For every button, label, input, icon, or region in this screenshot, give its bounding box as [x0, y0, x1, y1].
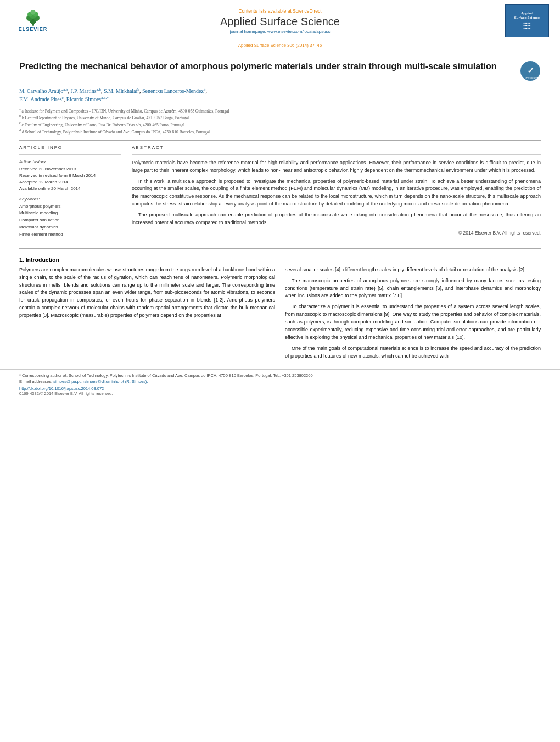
affiliation-b: b b Center/Department of Physics, Univer… [19, 114, 541, 121]
copyright-line: © 2014 Elsevier B.V. All rights reserved… [132, 230, 541, 236]
keyword-2: Multiscale modeling [19, 210, 121, 217]
journal-title-header: Applied Surface Science [55, 15, 505, 28]
available-date: Available online 20 March 2014 [19, 186, 121, 192]
keyword-5: Finite-element method [19, 231, 121, 238]
body-divider [19, 248, 541, 249]
divider-abstract [132, 154, 541, 155]
body-two-col: Polymers are complex macromolecules whos… [19, 266, 541, 364]
body-para-col2-2: The macroscopic properties of amorphous … [285, 277, 541, 300]
received-date: Received 23 November 2013 [19, 166, 121, 172]
body-col-right: several smaller scales [4]; different le… [285, 266, 541, 364]
body-col-left: Polymers are complex macromolecules whos… [19, 266, 275, 364]
keyword-3: Computer simulation [19, 217, 121, 224]
author-name-1: M. Carvalho Araújo [19, 88, 63, 94]
elsevier-text: ELSEVIER [19, 26, 48, 32]
journal-logo-box: Applied Surface Science ■ ■ ■ ■■ ■ ■ ■■ … [505, 4, 549, 37]
thick-divider [19, 140, 541, 141]
sciencedirect-line: Contents lists available at ScienceDirec… [55, 8, 505, 14]
article-info-label: ARTICLE INFO [19, 145, 121, 150]
page: ELSEVIER Contents lists available at Sci… [0, 0, 560, 742]
journal-center-header: Contents lists available at ScienceDirec… [55, 8, 505, 34]
abstract-label: ABSTRACT [132, 145, 541, 150]
body-para-col2-1: several smaller scales [4]; different le… [285, 266, 541, 274]
svg-text:CrossMark: CrossMark [524, 76, 537, 80]
homepage-url[interactable]: www.elsevier.com/locate/apsusc [267, 29, 331, 34]
history-label: Article history: [19, 159, 121, 164]
body-para-col2-3: To characterize a polymer it is essentia… [285, 303, 541, 342]
sciencedirect-label[interactable]: ScienceDirect [293, 8, 321, 14]
abstract-para-2: In this work, a multiscale approach is p… [132, 178, 541, 209]
svg-text:✓: ✓ [527, 66, 534, 75]
keywords-section: Keywords: Amorphous polymers Multiscale … [19, 197, 121, 238]
abstract-text: Polymeric materials have become the refe… [132, 159, 541, 227]
article-info-abstract: ARTICLE INFO Article history: Received 2… [19, 145, 541, 238]
journal-ref-line: Applied Surface Science 306 (2014) 37–46 [0, 41, 560, 49]
affiliation-d: d d School of Technology, Polytechnic In… [19, 128, 541, 135]
author-name-6: Ricardo Simoes [66, 97, 102, 103]
received-revised-date: Received in revised form 8 March 2014 [19, 172, 121, 179]
elsevier-logo: ELSEVIER [11, 7, 55, 35]
divider-info [19, 154, 121, 155]
email-line: E-mail addresses: simoes@ipa.pt, rsimoes… [19, 378, 541, 384]
crossmark-container: ✓ CrossMark [520, 60, 541, 82]
email-addresses[interactable]: simoes@ipa.pt, rsimoes@di.uminho.pt (R. … [53, 379, 148, 384]
author-name-5: F.M. Andrade Pires [19, 97, 62, 103]
elsevier-tree-icon [22, 10, 44, 26]
body-para-col2-4: One of the main goals of computational m… [285, 345, 541, 360]
footnote: * Corresponding author at: School of Tec… [19, 372, 541, 385]
article-history: Article history: Received 23 November 20… [19, 159, 121, 192]
authors-line: M. Carvalho Araújoa,b, J.P. Martinsa,b, … [19, 87, 541, 104]
abstract-col: ABSTRACT Polymeric materials have become… [132, 145, 541, 238]
keyword-1: Amorphous polymers [19, 203, 121, 210]
author-name-2: J.P. Martins [71, 88, 97, 94]
main-body: 1. Introduction Polymers are complex mac… [0, 254, 560, 369]
crossmark-icon: ✓ CrossMark [520, 60, 541, 81]
article-title: Predicting the mechanical behavior of am… [19, 60, 520, 72]
journal-homepage: journal homepage: www.elsevier.com/locat… [55, 29, 505, 34]
affiliation-c: c c Faculty of Engineering, University o… [19, 121, 541, 128]
affiliation-a: a a Institute for Polymers and Composite… [19, 107, 541, 114]
section1-heading: 1. Introduction [19, 256, 541, 263]
footer-section: * Corresponding author at: School of Tec… [0, 369, 560, 399]
journal-header: ELSEVIER Contents lists available at Sci… [0, 0, 560, 41]
affiliations: a a Institute for Polymers and Composite… [19, 107, 541, 135]
footnote-star: * Corresponding author at: School of Tec… [19, 372, 541, 378]
abstract-para-1: Polymeric materials have become the refe… [132, 159, 541, 175]
keywords-label: Keywords: [19, 197, 121, 202]
author-name-4: Senentxu Lanceros-Mendez [142, 88, 204, 94]
author-name-3: S.M. Mirkhalaf [104, 88, 138, 94]
keyword-4: Molecular dynamics [19, 224, 121, 231]
issn-line: 0169-4332/© 2014 Elsevier B.V. All right… [19, 391, 541, 396]
article-content: Predicting the mechanical behavior of am… [0, 49, 560, 244]
article-info-col: ARTICLE INFO Article history: Received 2… [19, 145, 121, 238]
doi-line[interactable]: http://dx.doi.org/10.1016/j.apsusc.2014.… [19, 386, 541, 391]
abstract-para-3: The proposed multiscale approach can ena… [132, 211, 541, 227]
body-para-col1-1: Polymers are complex macromolecules whos… [19, 266, 275, 320]
accepted-date: Accepted 12 March 2014 [19, 179, 121, 186]
title-section: Predicting the mechanical behavior of am… [19, 60, 541, 82]
